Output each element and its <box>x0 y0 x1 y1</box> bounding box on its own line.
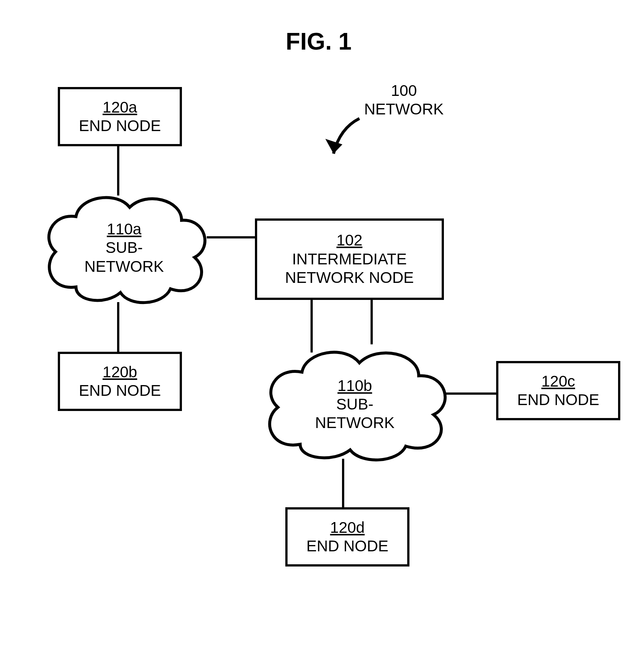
node-label: END NODE <box>306 537 389 555</box>
cloud-ref: 110b <box>338 377 372 394</box>
cloud-label: SUB-NETWORK <box>315 395 395 431</box>
figure-title: FIG. 1 <box>215 28 422 55</box>
cloud-label: SUB-NETWORK <box>84 239 164 275</box>
node-ref: 120c <box>541 372 575 391</box>
end-node-120a: 120a END NODE <box>58 87 182 146</box>
sub-network-110a: 110a SUB-NETWORK <box>35 187 213 309</box>
figure-ref-text: NETWORK <box>364 100 444 118</box>
diagram-canvas: FIG. 1 100 NETWORK 120a END NODE 120b EN… <box>0 0 644 645</box>
sub-network-110b: 110b SUB-NETWORK <box>256 342 454 467</box>
figure-label: 100 NETWORK <box>356 81 452 119</box>
node-label: END NODE <box>79 381 161 400</box>
node-ref: 102 <box>336 231 362 250</box>
end-node-120c: 120c END NODE <box>496 361 620 420</box>
node-label: END NODE <box>517 391 600 409</box>
node-ref: 120d <box>330 518 365 537</box>
node-ref: 120b <box>103 363 137 381</box>
svg-marker-0 <box>325 139 342 154</box>
node-label-line2: NETWORK NODE <box>285 268 414 287</box>
node-label: END NODE <box>79 117 161 135</box>
node-label-line1: INTERMEDIATE <box>292 250 407 268</box>
intermediate-node-102: 102 INTERMEDIATE NETWORK NODE <box>255 218 444 300</box>
connector <box>207 236 255 238</box>
end-node-120b: 120b END NODE <box>58 352 182 411</box>
connector <box>371 300 373 344</box>
cloud-ref: 110a <box>107 220 141 238</box>
figure-ref-number: 100 <box>391 82 417 99</box>
end-node-120d: 120d END NODE <box>285 507 409 567</box>
connector <box>117 302 119 352</box>
node-ref: 120a <box>103 98 137 117</box>
